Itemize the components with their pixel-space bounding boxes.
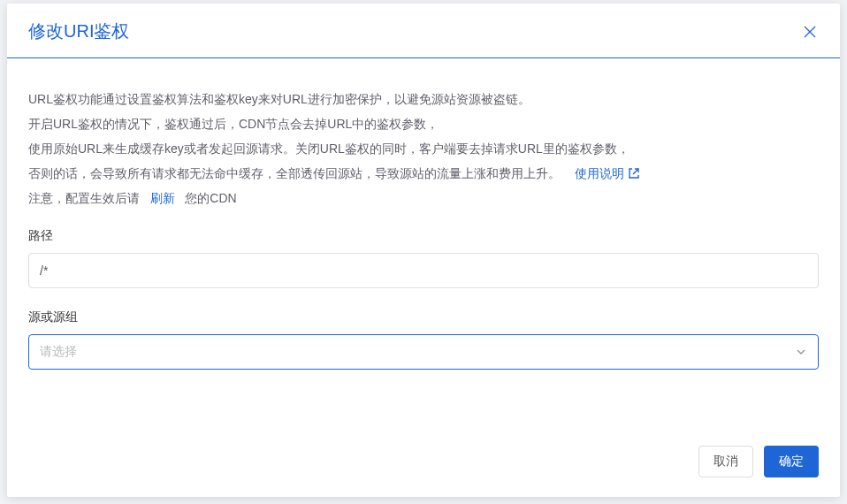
description-line: URL鉴权功能通过设置鉴权算法和鉴权key来对URL进行加密保护，以避免源站资源… xyxy=(28,87,819,111)
chevron-down-icon xyxy=(795,346,807,358)
confirm-button[interactable]: 确定 xyxy=(764,446,819,477)
modal-dialog: 修改URI鉴权 URL鉴权功能通过设置鉴权算法和鉴权key来对URL进行加密保护… xyxy=(7,4,840,497)
path-label: 路径 xyxy=(28,228,819,244)
description-text: 注意，配置生效后请 xyxy=(28,191,140,205)
modal-header: 修改URI鉴权 xyxy=(7,4,840,58)
path-form-group: 路径 xyxy=(28,228,819,288)
svg-line-2 xyxy=(633,169,638,174)
description-text: 否则的话，会导致所有请求都无法命中缓存，全部透传回源站，导致源站的流量上涨和费用… xyxy=(28,166,561,180)
cancel-button[interactable]: 取消 xyxy=(698,446,753,477)
description-line: 否则的话，会导致所有请求都无法命中缓存，全部透传回源站，导致源站的流量上涨和费用… xyxy=(28,161,819,186)
path-input[interactable] xyxy=(28,253,819,288)
refresh-link[interactable]: 刷新 xyxy=(150,186,175,210)
close-button[interactable] xyxy=(801,23,819,41)
description-line: 注意，配置生效后请 刷新 您的CDN xyxy=(28,186,819,210)
origin-select-placeholder: 请选择 xyxy=(40,344,77,360)
modal-title: 修改URI鉴权 xyxy=(28,19,129,43)
description-line: 使用原始URL来生成缓存key或者发起回源请求。关闭URL鉴权的同时，客户端要去… xyxy=(28,136,819,161)
description-line: 开启URL鉴权的情况下，鉴权通过后，CDN节点会去掉URL中的鉴权参数， xyxy=(28,111,819,136)
modal-footer: 取消 确定 xyxy=(7,431,840,497)
close-icon xyxy=(804,26,816,38)
modal-body: URL鉴权功能通过设置鉴权算法和鉴权key来对URL进行加密保护，以避免源站资源… xyxy=(7,58,840,431)
origin-label: 源或源组 xyxy=(28,309,819,325)
origin-form-group: 源或源组 请选择 xyxy=(28,309,819,370)
external-link-icon xyxy=(628,167,640,179)
origin-select[interactable]: 请选择 xyxy=(28,334,819,370)
description-text: 您的CDN xyxy=(185,191,236,205)
usage-link-label: 使用说明 xyxy=(575,161,624,186)
usage-link[interactable]: 使用说明 xyxy=(575,161,640,186)
description-block: URL鉴权功能通过设置鉴权算法和鉴权key来对URL进行加密保护，以避免源站资源… xyxy=(28,87,819,210)
